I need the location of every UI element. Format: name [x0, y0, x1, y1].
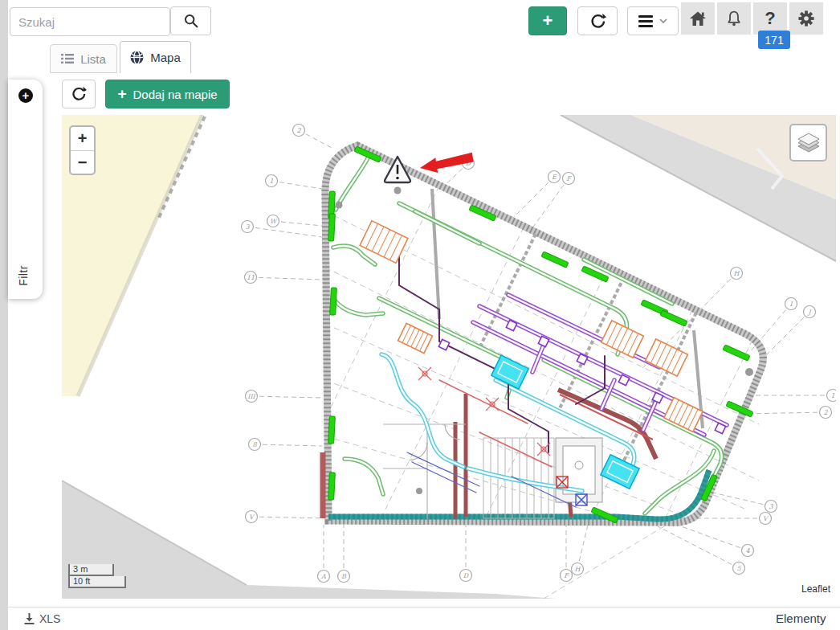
- zoom-out-button[interactable]: −: [71, 151, 94, 174]
- hamburger-icon: [638, 15, 653, 27]
- globe-icon: [130, 51, 144, 64]
- help-button[interactable]: ?: [753, 2, 787, 35]
- scale-imperial: 10 ft: [68, 576, 126, 588]
- filter-panel[interactable]: + Filtr: [8, 80, 43, 299]
- left-edge-strip: [0, 0, 8, 630]
- tab-mapa-label: Mapa: [150, 51, 181, 64]
- notifications-button[interactable]: [717, 2, 751, 35]
- add-on-map-button[interactable]: + Dodaj na mapie: [105, 80, 230, 108]
- basemap-gray-area: [62, 481, 556, 599]
- home-icon: [688, 10, 707, 27]
- svg-text:A: A: [320, 573, 326, 580]
- map-refresh-button[interactable]: [62, 80, 96, 108]
- expand-plus-icon[interactable]: +: [18, 88, 33, 103]
- layers-icon: [797, 133, 820, 153]
- download-icon: [24, 613, 35, 624]
- zoom-control: + −: [69, 125, 96, 175]
- refresh-icon: [589, 13, 606, 30]
- svg-text:11: 11: [247, 274, 255, 281]
- tab-mapa[interactable]: Mapa: [120, 41, 191, 73]
- xls-label: XLS: [39, 612, 60, 625]
- search-button[interactable]: [170, 6, 211, 35]
- notification-count-badge: 171: [758, 31, 790, 49]
- tab-lista-label: Lista: [80, 52, 106, 66]
- element-marker[interactable]: [330, 288, 337, 315]
- settings-button[interactable]: [789, 2, 823, 35]
- question-icon: ?: [765, 8, 775, 29]
- layers-control[interactable]: [789, 124, 827, 162]
- element-marker[interactable]: [328, 214, 336, 241]
- refresh-icon: [71, 86, 87, 102]
- gear-icon: [797, 9, 816, 28]
- app-root: { "topbar": { "search_placeholder": "Szu…: [0, 0, 840, 630]
- element-marker[interactable]: [541, 252, 569, 268]
- svg-text:H: H: [734, 270, 740, 277]
- leaflet-attribution[interactable]: Leaflet: [797, 583, 834, 595]
- bell-icon: [725, 10, 743, 27]
- teal-wall-band: [328, 470, 709, 519]
- svg-text:1: 1: [269, 178, 273, 185]
- menu-dropdown-button[interactable]: [627, 6, 679, 35]
- leaflet-map[interactable]: 21W311III8VDEFHIJ123V45ABDFH: [62, 115, 836, 599]
- element-marker[interactable]: [328, 472, 336, 500]
- element-marker[interactable]: [328, 416, 336, 444]
- list-icon: [61, 53, 74, 64]
- building-outline: [323, 145, 763, 522]
- home-button[interactable]: [681, 2, 715, 35]
- xls-export-link[interactable]: XLS: [24, 612, 60, 625]
- refresh-button[interactable]: [577, 6, 618, 35]
- footer-bar: XLS ElementyC: [8, 607, 840, 630]
- element-marker[interactable]: [660, 310, 687, 326]
- plus-icon: +: [543, 10, 553, 31]
- svg-text:1: 1: [830, 392, 834, 399]
- search-input[interactable]: [10, 7, 170, 36]
- tab-lista[interactable]: Lista: [50, 44, 117, 73]
- floor-plan-svg: 21W311III8VDEFHIJ123V45ABDFH: [62, 115, 836, 599]
- plus-icon: +: [117, 85, 126, 103]
- footer-right-text: ElementyC: [776, 612, 840, 625]
- add-on-map-label: Dodaj na mapie: [133, 88, 218, 101]
- scale-metric: 3 m: [68, 564, 114, 576]
- zoom-in-button[interactable]: +: [71, 127, 94, 151]
- search-icon: [184, 14, 198, 28]
- chevron-down-icon: [659, 18, 667, 23]
- svg-text:H: H: [575, 566, 581, 573]
- filter-panel-label: Filtr: [17, 265, 30, 286]
- duct-work: [333, 157, 727, 513]
- add-button[interactable]: +: [528, 6, 567, 35]
